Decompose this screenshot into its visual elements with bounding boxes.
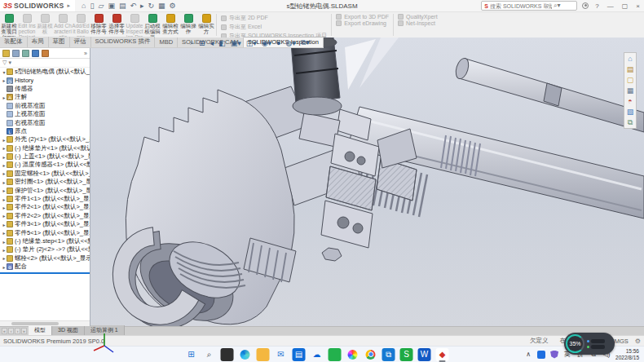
edit-method-button[interactable]: 编辑实方 — [197, 12, 215, 38]
tree-item[interactable]: ▸ 零件2<2> (默认<<默认>_显示状态 — [0, 212, 90, 220]
tab-nav-arrow-icon[interactable]: « — [2, 328, 7, 334]
restore-button[interactable]: ▢ — [620, 2, 630, 10]
tree-item[interactable]: ▸ 零件1<1> (默认<<默认>_显示状态 — [0, 195, 90, 203]
chrome-icon[interactable] — [364, 348, 377, 361]
model-tab[interactable]: 模型 — [29, 325, 52, 335]
zoom-to-area-icon[interactable]: ⊞ — [199, 39, 205, 47]
tree-item[interactable]: ▸ 螺栓<2> (默认<<默认>_显示状态 — [0, 254, 90, 263]
phone-link-icon[interactable]: ⧉ — [382, 348, 395, 361]
command-tab[interactable]: 装配体 — [0, 37, 28, 47]
close-button[interactable]: × — [634, 2, 642, 10]
search-icon[interactable]: ⌕ — [203, 348, 216, 361]
update-inspection-project-button[interactable]: Update Inspection Project — [126, 12, 143, 38]
tab-nav-arrow-icon[interactable]: » — [21, 328, 27, 334]
configurationmanager-tab-icon[interactable] — [22, 50, 29, 57]
login-icon[interactable] — [582, 2, 589, 9]
tree-item[interactable]: ▸ ◷ History — [0, 76, 90, 84]
store-icon[interactable]: ▤ — [293, 348, 306, 361]
search-icon[interactable]: ⌕▾ — [554, 2, 561, 10]
propertymanager-tab-icon[interactable] — [12, 50, 20, 57]
tab-nav-arrow-icon[interactable]: ‹ — [8, 328, 14, 334]
qualityxpert-item[interactable]: QualityXpert — [398, 14, 438, 20]
print-icon[interactable]: ▤ — [119, 2, 126, 10]
hide-show-items-icon[interactable]: ◉▾ — [262, 39, 271, 47]
tree-item[interactable]: ▸ 固定螺栓<1> (默认<<默认>_显示 — [0, 170, 90, 178]
undo-icon[interactable]: ↶ — [130, 2, 136, 10]
net-inspect-item[interactable]: Net-Inspect — [398, 20, 438, 26]
help-button[interactable]: ? — [593, 2, 600, 10]
recorder-overlay[interactable]: 35% — [564, 333, 615, 355]
tree-item[interactable]: ▸ ⊚ 配合 — [0, 263, 90, 271]
new-inspection-project-button[interactable]: 新建检查项目 (amp;N) — [0, 12, 18, 38]
word-icon[interactable]: W — [418, 348, 431, 361]
rebuild-icon[interactable]: ↻ — [148, 2, 155, 10]
status-options-icon[interactable]: ⚙ — [635, 338, 644, 345]
recorder-control-1[interactable] — [591, 339, 605, 343]
tree-item[interactable]: ▸ 零件5<1> (默认<<默认>_显示状态 — [0, 228, 90, 236]
search-input[interactable] — [490, 3, 552, 9]
edge-icon[interactable] — [239, 348, 252, 361]
task-view-icon[interactable] — [221, 348, 234, 361]
home-icon[interactable]: ⌂ — [82, 2, 86, 10]
command-tab[interactable]: 布局 — [28, 37, 49, 47]
edit-operation-button[interactable]: 编辑操作 — [179, 12, 197, 38]
color-wheel-app-icon[interactable] — [346, 348, 359, 361]
command-tab[interactable]: 评估 — [70, 37, 91, 47]
save-icon[interactable]: ▣ — [108, 2, 115, 10]
graphics-area[interactable] — [90, 38, 644, 326]
displaymanager-tab-icon[interactable] — [42, 50, 49, 57]
remove-balloons-button[interactable]: 移除零件序号 — [90, 12, 108, 38]
tree-item[interactable]: ▸ 密封圈<1> (默认<<默认>_显示状 — [0, 178, 90, 186]
add-characteristic-button[interactable]: Add Characteristic — [54, 12, 72, 38]
edit-inspection-method-button[interactable]: 编辑检查方式 — [161, 12, 179, 38]
green-app-icon[interactable] — [329, 348, 342, 361]
tray-blue-app-icon[interactable] — [537, 351, 545, 359]
solidworks-app-icon[interactable]: ◆ — [436, 348, 449, 361]
mail-icon[interactable]: ✉ — [275, 348, 288, 361]
tree-item[interactable]: ▸ (-) 绝缘垫.step<1> (默认<<默认> — [0, 237, 90, 245]
tray-expand-icon[interactable]: ∧ — [524, 351, 532, 358]
tree-item[interactable]: 右视基准面 — [0, 118, 90, 126]
add-edit-balloons-button[interactable]: Add/Edit Balloons — [72, 12, 90, 38]
solidworks-resources-icon[interactable]: ⌂ — [628, 55, 632, 63]
file-explorer-icon[interactable] — [257, 348, 270, 361]
command-tab[interactable]: 草图 — [49, 37, 70, 47]
appearances-scenes-icon[interactable]: ◓ — [628, 97, 632, 105]
tree-item[interactable]: L 原点 — [0, 127, 90, 135]
onedrive-icon[interactable]: ☁ — [311, 348, 324, 361]
dimxpertmanager-tab-icon[interactable] — [32, 50, 39, 57]
file-explorer-icon[interactable]: ▢ — [627, 76, 634, 84]
edit-appearance-icon[interactable]: ● — [276, 39, 280, 47]
edit-inspection-project-button[interactable]: Edit Inspection Project — [18, 12, 36, 38]
tree-item[interactable]: 传感器 — [0, 85, 90, 93]
select-balloons-button[interactable]: 选择零件序号 — [108, 12, 126, 38]
tab-nav-arrow-icon[interactable]: › — [15, 328, 20, 334]
display-style-icon[interactable]: ◫▾ — [246, 39, 257, 47]
zoom-to-fit-icon[interactable]: ⌕ — [190, 38, 194, 47]
security-shield-icon[interactable] — [550, 351, 558, 359]
menu-expand-arrow-icon[interactable]: ▸ — [68, 2, 71, 9]
tree-filter-row[interactable]: ▽ ▾ — [0, 59, 90, 68]
tree-item[interactable]: ▸ A 注解 — [0, 93, 90, 101]
open-icon[interactable]: ▱ — [98, 2, 104, 10]
view-orientation-icon[interactable]: ▣▾ — [231, 39, 241, 47]
section-view-icon[interactable]: ◧ — [218, 39, 226, 47]
recorder-control-2[interactable] — [591, 345, 605, 349]
custom-properties-icon[interactable]: ▧ — [627, 108, 634, 116]
model-tab[interactable]: 3D 视图 — [52, 325, 85, 335]
tree-item[interactable]: ▸ (-) 上盖<1> (默认<<默认>_显示状 — [0, 152, 90, 161]
tree-item[interactable]: ▸ (-) 温度传感器<1> (默认<<默认>_ — [0, 161, 90, 169]
export-3d-pdf-item[interactable]: Export to 3D PDF — [336, 14, 389, 20]
new-document-icon[interactable]: ▯ — [90, 2, 95, 10]
tree-item[interactable]: 上视基准面 — [0, 110, 90, 118]
featuremanager-tab-icon[interactable] — [2, 50, 10, 57]
file-properties-icon[interactable]: ▦ — [158, 2, 165, 10]
tree-item[interactable]: ▸ 零件2<1> (默认<<默认>_显示状态 — [0, 203, 90, 211]
view-palette-icon[interactable]: ▦ — [627, 86, 634, 95]
panel-overflow-icon[interactable]: » — [84, 51, 87, 56]
tree-item[interactable]: ▸ 保护管<1> (默认<<默认>_显示状 — [0, 186, 90, 194]
view-settings-icon[interactable]: ⧉▾ — [301, 38, 310, 47]
tree-item[interactable]: ▸ 外壳 (2)<1> (默认<<默认>_显示状 — [0, 135, 90, 143]
tree-item[interactable]: ▸ 零件3<1> (默认<<默认>_显示状态 — [0, 220, 90, 228]
zoom-percentage-badge[interactable]: 35% — [566, 334, 584, 353]
